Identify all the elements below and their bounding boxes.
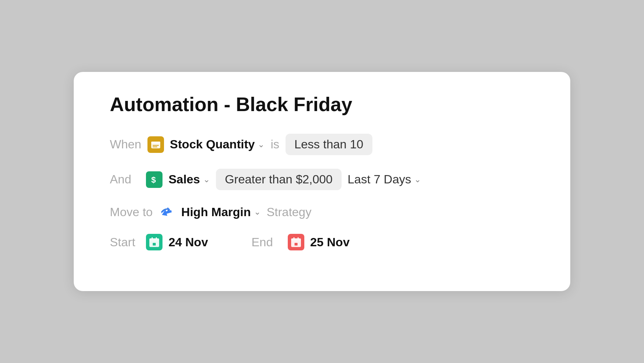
start-calendar-icon[interactable]: [146, 234, 163, 250]
page-title: Automation - Black Friday: [110, 93, 543, 116]
svg-rect-1: [151, 142, 160, 143]
svg-text:$: $: [151, 175, 156, 185]
action-row: Move to High Margin ⌄ Strategy: [110, 204, 543, 220]
condition-row-1: When Stock Quantity ⌄ is Less than 10: [110, 134, 543, 155]
sales-value-badge[interactable]: Greater than $2,000: [216, 169, 342, 190]
time-range-badge[interactable]: Last 7 Days ⌄: [348, 172, 421, 186]
is-connector: is: [270, 137, 279, 151]
when-label: When: [110, 137, 141, 151]
sales-icon: $: [146, 171, 163, 188]
svg-rect-9: [156, 237, 157, 239]
end-date: 25 Nov: [310, 235, 350, 249]
high-margin-field[interactable]: High Margin ⌄: [181, 205, 261, 219]
end-calendar-icon[interactable]: [288, 234, 304, 250]
strategy-label: Strategy: [267, 205, 311, 219]
svg-rect-15: [295, 243, 298, 246]
end-label: End: [252, 235, 282, 249]
svg-rect-14: [298, 237, 299, 239]
move-to-label: Move to: [110, 205, 153, 219]
svg-rect-8: [152, 237, 153, 239]
stock-chevron-icon: ⌄: [258, 140, 264, 149]
svg-rect-13: [293, 237, 295, 239]
date-separator: [223, 235, 237, 249]
stock-quantity-field[interactable]: Stock Quantity ⌄: [170, 137, 265, 151]
sales-chevron-icon: ⌄: [203, 175, 210, 185]
high-margin-chevron-icon: ⌄: [254, 207, 261, 217]
date-row: Start 24 Nov End 25 Nov: [110, 234, 543, 250]
svg-rect-12: [291, 238, 301, 241]
stock-value-badge[interactable]: Less than 10: [286, 134, 372, 155]
svg-rect-7: [149, 238, 159, 241]
start-label: Start: [110, 235, 140, 249]
start-date: 24 Nov: [169, 235, 208, 249]
condition-row-2: And $ Sales ⌄ Greater than $2,000 Last 7…: [110, 169, 543, 190]
time-chevron-icon: ⌄: [414, 175, 421, 185]
and-label: And: [110, 172, 140, 186]
automation-card: Automation - Black Friday When Stock Qua…: [74, 72, 570, 291]
svg-rect-10: [153, 243, 156, 246]
stock-icon: [147, 136, 164, 153]
arrow-icon: [159, 204, 175, 220]
sales-field[interactable]: Sales ⌄: [169, 172, 210, 186]
